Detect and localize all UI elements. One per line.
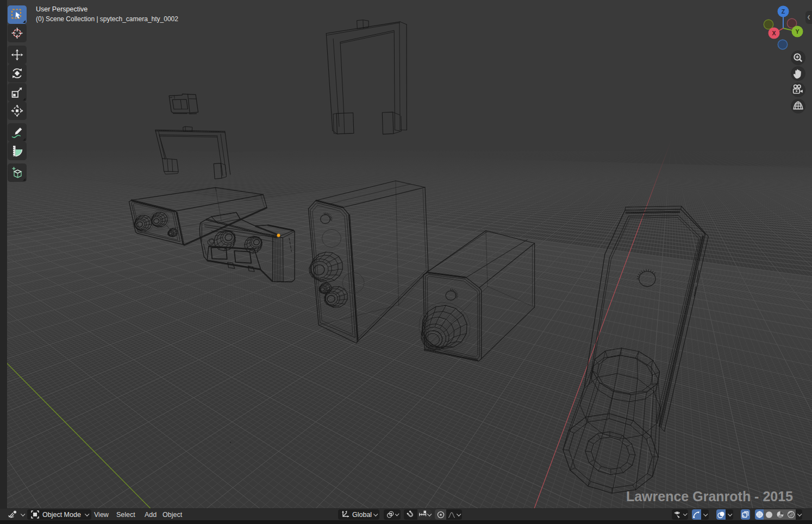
svg-text:Z: Z: [782, 8, 785, 15]
svg-text:Lawrence Granroth - 2015: Lawrence Granroth - 2015: [626, 489, 793, 504]
svg-text:X: X: [772, 30, 776, 36]
svg-text:Y: Y: [795, 28, 799, 35]
